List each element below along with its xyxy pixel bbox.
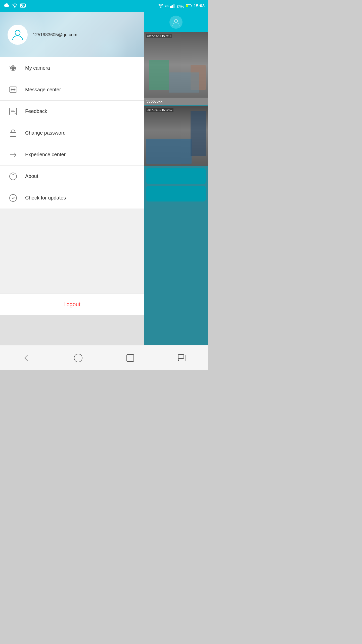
check-updates-label: Check for updates [25, 195, 66, 201]
camera-card-2[interactable]: 2017-09-05 15:02:57 [144, 106, 208, 166]
experience-center-label: Experience center [25, 152, 66, 157]
time-display: 15:03 [194, 4, 205, 9]
signal-icon [170, 4, 175, 9]
cloud-icon [4, 3, 10, 9]
home-nav-button[interactable] [71, 350, 86, 366]
logout-button[interactable]: Logout [0, 293, 144, 315]
menu-list: My camera Message center Feedback [0, 57, 144, 209]
camera-icon [8, 63, 19, 74]
battery-percent: 24% [176, 4, 184, 8]
battery-icon [186, 4, 192, 8]
camera-timestamp-1: 2017-09-05 15:02:1 [146, 34, 172, 38]
menu-item-change-password[interactable]: Change password [0, 122, 144, 144]
menu-item-my-camera[interactable]: My camera [0, 57, 144, 79]
svg-point-26 [74, 354, 82, 362]
svg-point-16 [11, 89, 12, 90]
svg-rect-27 [127, 354, 134, 361]
svg-rect-6 [172, 5, 173, 8]
camera-name-1: 5800voxx [144, 98, 208, 105]
svg-point-23 [13, 174, 14, 175]
message-icon [8, 84, 19, 95]
status-bar-right: 2G 24% 15:03 [158, 4, 205, 9]
svg-rect-20 [10, 133, 16, 137]
drawer-bottom-gray [0, 315, 144, 345]
svg-rect-10 [186, 5, 188, 7]
teal-button-2[interactable] [146, 186, 206, 202]
wifi-signal-icon [12, 3, 18, 9]
svg-point-0 [14, 6, 15, 7]
back-nav-button[interactable] [19, 350, 34, 366]
network-badge: 2G [165, 5, 169, 8]
menu-item-experience-center[interactable]: Experience center [0, 144, 144, 166]
my-camera-label: My camera [25, 65, 50, 71]
logout-label: Logout [63, 301, 80, 308]
right-panel-header [144, 12, 208, 32]
menu-item-about[interactable]: About [0, 166, 144, 187]
cast-nav-button[interactable] [175, 350, 190, 366]
right-panel-avatar[interactable] [169, 16, 183, 29]
camera-card-1[interactable]: 2017-09-05 15:02:1 [144, 32, 208, 98]
wifi-icon [158, 4, 163, 9]
recent-nav-button[interactable] [123, 350, 138, 366]
feedback-label: Feedback [25, 108, 47, 114]
drawer-header: 1251983605@qq.com [0, 12, 144, 57]
about-label: About [25, 173, 38, 179]
info-icon [8, 171, 19, 182]
svg-point-18 [14, 89, 15, 90]
svg-point-25 [174, 19, 178, 22]
camera-feed-2: 2017-09-05 15:02:57 [144, 106, 208, 166]
status-bar-left-icons [4, 3, 26, 9]
arrow-right-icon [8, 149, 19, 160]
drawer-menu: 1251983605@qq.com My camera Message cent… [0, 12, 144, 345]
right-panel: 2017-09-05 15:02:1 5800voxx 2017-09-05 1… [144, 12, 208, 345]
drawer-gray-area [0, 209, 144, 293]
status-bar: 2G 24% 15:03 [0, 0, 208, 12]
user-avatar[interactable] [8, 25, 28, 45]
teal-button-1[interactable] [146, 168, 206, 184]
user-email: 1251983605@qq.com [33, 32, 77, 37]
menu-item-feedback[interactable]: Feedback [0, 101, 144, 122]
image-icon [20, 3, 26, 9]
change-password-label: Change password [25, 130, 66, 136]
camera-feed-1: 2017-09-05 15:02:1 [144, 32, 208, 98]
svg-rect-8 [174, 4, 175, 8]
svg-point-11 [15, 30, 20, 35]
svg-rect-5 [171, 6, 172, 8]
svg-point-17 [13, 89, 14, 90]
svg-point-24 [10, 194, 17, 202]
svg-point-13 [12, 67, 15, 70]
svg-point-3 [160, 7, 161, 7]
feedback-icon [8, 106, 19, 117]
svg-rect-28 [178, 354, 184, 358]
svg-rect-4 [170, 6, 171, 8]
lock-icon [8, 128, 19, 139]
camera-timestamp-2: 2017-09-05 15:02:57 [146, 108, 173, 112]
navigation-bar [0, 345, 208, 370]
message-center-label: Message center [25, 87, 61, 93]
svg-rect-7 [173, 4, 174, 8]
check-updates-icon [8, 192, 19, 204]
menu-item-message-center[interactable]: Message center [0, 79, 144, 101]
menu-item-check-updates[interactable]: Check for updates [0, 187, 144, 209]
